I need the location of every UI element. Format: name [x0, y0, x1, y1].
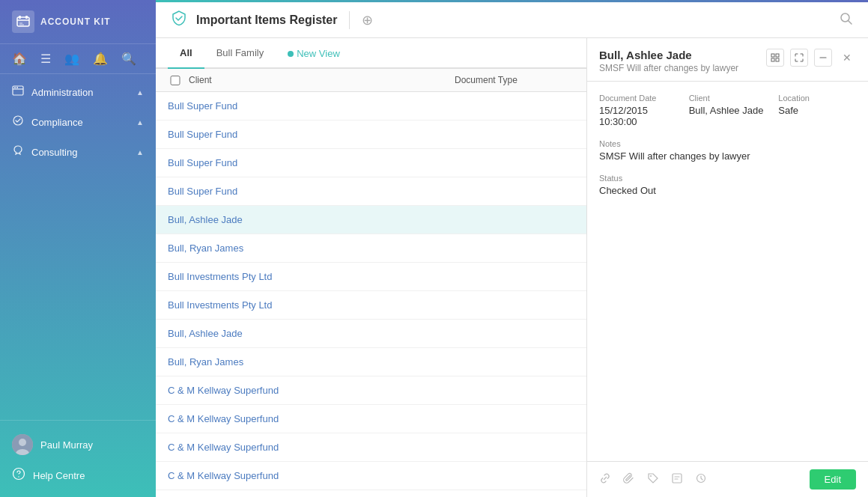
compliance-icon	[12, 115, 24, 129]
table-header: Client Document Type	[156, 69, 586, 92]
detail-header: Bull, Ashlee Jade SMSF Will after change…	[587, 38, 868, 82]
doc-date-label: Document Date	[599, 94, 677, 103]
sidebar-user[interactable]: Paul Murray	[0, 428, 156, 461]
svg-point-11	[18, 476, 19, 477]
table-row[interactable]: Bull Super Fund	[156, 177, 586, 206]
field-client: Client Bull, Ashlee Jade	[689, 94, 767, 127]
table-row[interactable]: Bull, Ryan James	[156, 348, 586, 376]
table-row[interactable]: Bull, Ashlee Jade	[156, 206, 586, 234]
detail-grid: Document Date 15/12/2015 10:30:00 Client…	[599, 94, 856, 127]
list-panel: All Bull Family New View Client Document…	[156, 38, 587, 497]
svg-point-8	[19, 439, 26, 446]
detail-action-buttons: ✕	[766, 49, 856, 67]
sidebar-logo: ACCOUNT KIT	[0, 0, 156, 44]
tab-new-view[interactable]: New View	[276, 39, 352, 68]
consulting-chevron: ▲	[136, 148, 144, 156]
row-client: Bull, Ryan James	[168, 243, 455, 254]
table-row[interactable]: Bull Super Fund	[156, 149, 586, 177]
location-value: Safe	[778, 105, 856, 116]
table-row[interactable]: Bull Super Fund	[156, 92, 586, 121]
consulting-label: Consulting	[31, 147, 77, 158]
tag-icon[interactable]	[647, 472, 659, 487]
detail-title: Bull, Ashlee Jade	[599, 49, 766, 61]
row-client: Bull Super Fund	[168, 100, 455, 112]
table-row[interactable]: Bull, Ashlee Jade	[156, 320, 586, 348]
table-row[interactable]: Bull Investments Pty Ltd	[156, 291, 586, 320]
row-client: Bull Super Fund	[168, 157, 455, 168]
detail-panel: Bull, Ashlee Jade SMSF Will after change…	[587, 38, 868, 497]
tabs-bar: All Bull Family New View	[156, 38, 586, 69]
row-client: Bull, Ashlee Jade	[168, 214, 455, 225]
history-icon[interactable]	[695, 472, 707, 487]
help-label: Help Centre	[33, 470, 85, 481]
table-row[interactable]: C & M Kellway Superfund	[156, 376, 586, 405]
top-header: Important Items Register ⊕	[156, 2, 868, 38]
detail-minimize-button[interactable]	[814, 49, 832, 67]
col-header-client: Client	[189, 75, 455, 85]
notes-label: Notes	[599, 139, 856, 148]
select-all-checkbox[interactable]	[168, 76, 183, 85]
client-value: Bull, Ashlee Jade	[689, 105, 767, 116]
compliance-chevron: ▲	[136, 118, 144, 126]
field-document-date: Document Date 15/12/2015 10:30:00	[599, 94, 677, 127]
list-icon[interactable]: ☰	[40, 52, 51, 66]
sidebar-item-compliance[interactable]: Compliance ▲	[0, 107, 156, 137]
svg-point-4	[14, 87, 16, 88]
edit-button[interactable]: Edit	[810, 469, 856, 490]
table-row[interactable]: C & M Kellway Superfund	[156, 405, 586, 433]
svg-point-17	[650, 475, 652, 477]
content-area: All Bull Family New View Client Document…	[156, 38, 868, 497]
notes-icon[interactable]	[671, 472, 683, 487]
table-row[interactable]: Bull Investments Pty Ltd	[156, 263, 586, 291]
table-row[interactable]: Bull Super Fund	[156, 121, 586, 149]
row-client: Bull Super Fund	[168, 186, 455, 197]
table-rows: Bull Super Fund Bull Super Fund Bull Sup…	[156, 92, 586, 497]
administration-icon	[12, 85, 24, 100]
table-row[interactable]: C & M Kellway Superfund	[156, 462, 586, 490]
svg-rect-14	[776, 54, 779, 57]
svg-point-6	[13, 116, 22, 125]
new-view-dot	[288, 51, 294, 57]
home-icon[interactable]: 🏠	[12, 52, 27, 66]
link-icon[interactable]	[599, 472, 611, 487]
svg-rect-13	[771, 54, 774, 57]
new-view-label: New View	[297, 48, 340, 59]
header-search-button[interactable]	[840, 12, 853, 28]
sidebar-item-consulting[interactable]: Consulting ▲	[0, 137, 156, 167]
sidebar-menu: Administration ▲ Compliance ▲ Consulting…	[0, 74, 156, 170]
alerts-icon[interactable]: 🔔	[93, 52, 108, 66]
status-label: Status	[599, 174, 856, 183]
shield-icon	[171, 10, 187, 30]
doc-date-value: 15/12/2015 10:30:00	[599, 105, 677, 127]
col-header-doctype: Document Type	[455, 75, 574, 85]
tab-all[interactable]: All	[168, 38, 204, 69]
svg-rect-16	[776, 58, 779, 61]
table-row[interactable]: C & M Kellway Superfund	[156, 433, 586, 462]
row-client: Bull Investments Pty Ltd	[168, 299, 455, 311]
add-tab-button[interactable]: ⊕	[362, 12, 373, 28]
location-label: Location	[778, 94, 856, 103]
detail-body: Document Date 15/12/2015 10:30:00 Client…	[587, 82, 868, 461]
detail-status: Status Checked Out	[599, 174, 856, 196]
help-icon	[12, 467, 25, 484]
client-label: Client	[689, 94, 767, 103]
search-icon[interactable]: 🔍	[121, 52, 136, 66]
sidebar-help[interactable]: Help Centre	[0, 461, 156, 490]
app-name: ACCOUNT KIT	[40, 16, 111, 27]
users-icon[interactable]: 👥	[64, 52, 79, 66]
detail-title-block: Bull, Ashlee Jade SMSF Will after change…	[599, 49, 766, 73]
detail-close-button[interactable]: ✕	[838, 49, 856, 67]
detail-expand-button[interactable]	[766, 49, 784, 67]
table-row[interactable]: Bull, Ryan James	[156, 234, 586, 263]
attachment-icon[interactable]	[623, 472, 635, 487]
svg-rect-2	[25, 16, 28, 19]
sidebar-bottom: Paul Murray Help Centre	[0, 420, 156, 497]
tab-bull-family[interactable]: Bull Family	[204, 38, 276, 69]
svg-point-5	[16, 87, 18, 88]
row-client: C & M Kellway Superfund	[168, 442, 455, 453]
compliance-label: Compliance	[31, 117, 83, 128]
administration-chevron: ▲	[136, 88, 144, 97]
sidebar-item-administration[interactable]: Administration ▲	[0, 77, 156, 107]
detail-fullscreen-button[interactable]	[790, 49, 808, 67]
row-client: C & M Kellway Superfund	[168, 470, 455, 481]
